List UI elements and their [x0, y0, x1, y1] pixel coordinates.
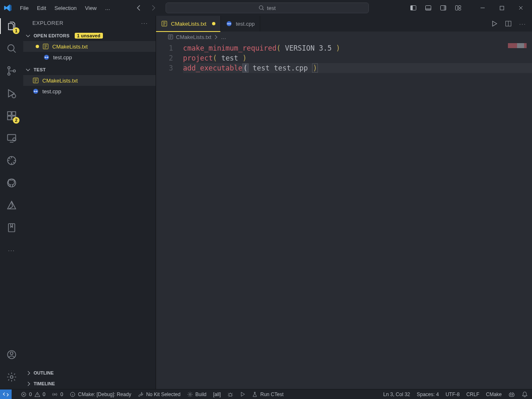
file-cpp-icon: ++ — [226, 20, 232, 27]
file-list-icon — [32, 77, 39, 84]
status-build-target[interactable]: [all] — [213, 392, 221, 397]
code-content[interactable]: cmake_minimum_required( VERSION 3.5 )pro… — [183, 42, 532, 389]
window-minimize[interactable] — [473, 0, 492, 16]
activity-remote-explorer[interactable] — [5, 132, 18, 144]
remote-indicator[interactable] — [0, 389, 12, 399]
editor-tab[interactable]: ++ test.cpp — [221, 16, 260, 32]
search-text: test — [267, 5, 276, 11]
activity-bookmark[interactable] — [5, 221, 18, 234]
activity-cmake[interactable] — [5, 199, 18, 212]
menu-selection[interactable]: Selection — [50, 2, 81, 14]
activity-testing[interactable] — [5, 154, 18, 167]
activity-settings[interactable] — [5, 371, 18, 383]
activity-extensions[interactable]: 2 — [5, 109, 18, 122]
status-copilot[interactable] — [508, 391, 515, 398]
warn-count: 0 — [43, 392, 46, 397]
nav-back-icon[interactable] — [136, 5, 142, 11]
svg-rect-16 — [7, 112, 11, 115]
workspace-file-item[interactable]: ++ test.cpp — [23, 86, 156, 97]
chevron-right-icon — [27, 381, 31, 386]
minimap[interactable] — [508, 43, 531, 48]
svg-point-11 — [8, 45, 14, 51]
window-close[interactable] — [511, 0, 530, 16]
breadcrumb[interactable]: CMakeLists.txt … — [156, 32, 532, 42]
open-editors-label: OPEN EDITORS — [34, 33, 70, 38]
svg-point-43 — [229, 393, 232, 396]
workspace-file-item[interactable]: CMakeLists.txt — [23, 75, 156, 86]
unsaved-badge: 1 unsaved — [75, 33, 103, 39]
status-build[interactable]: Build — [187, 392, 207, 397]
code-editor[interactable]: 123 cmake_minimum_required( VERSION 3.5 … — [156, 42, 532, 389]
copilot-icon — [508, 391, 515, 398]
timeline-header[interactable]: TIMELINE — [23, 378, 156, 389]
sidebar-more-icon[interactable]: ··· — [141, 20, 148, 26]
status-bar: 0 0 0 CMake: [Debug]: Ready No Kit Selec… — [0, 389, 532, 399]
open-editor-item[interactable]: CMakeLists.txt — [23, 41, 156, 52]
window-maximize[interactable] — [492, 0, 511, 16]
status-eol[interactable]: CRLF — [466, 392, 479, 397]
panel-right-icon[interactable] — [440, 5, 447, 11]
status-language[interactable]: CMake — [486, 392, 502, 397]
workspace-header[interactable]: TEST — [23, 64, 156, 75]
status-ctest[interactable]: Run CTest — [252, 392, 283, 397]
outline-header[interactable]: OUTLINE — [23, 367, 156, 378]
svg-rect-44 — [509, 393, 514, 397]
chevron-down-icon — [27, 67, 31, 72]
activity-explorer[interactable]: 1 — [5, 20, 18, 32]
status-ctest-label: Run CTest — [260, 392, 283, 397]
status-encoding[interactable]: UTF-8 — [446, 392, 460, 397]
activity-github[interactable] — [5, 177, 18, 189]
activity-more[interactable]: ··· — [5, 244, 18, 256]
panel-bottom-icon[interactable] — [425, 5, 432, 11]
svg-rect-24 — [8, 224, 15, 232]
status-launch[interactable] — [240, 392, 245, 397]
nav-forward-icon[interactable] — [150, 5, 156, 11]
activity-bar: 1 2 ··· — [0, 16, 23, 389]
activity-search[interactable] — [5, 42, 18, 55]
status-problems[interactable]: 0 0 — [21, 392, 45, 397]
split-editor-icon[interactable] — [505, 20, 512, 27]
menu-view[interactable]: View — [81, 2, 101, 14]
open-editors-header[interactable]: OPEN EDITORS 1 unsaved — [23, 30, 156, 41]
svg-rect-8 — [459, 6, 461, 8]
status-encoding-label: UTF-8 — [446, 392, 460, 397]
activity-accounts[interactable] — [5, 348, 18, 361]
status-cmake[interactable]: CMake: [Debug]: Ready — [70, 392, 131, 397]
radio-icon — [52, 392, 58, 397]
activity-source-control[interactable] — [5, 65, 18, 77]
bell-icon — [522, 391, 528, 397]
status-spaces[interactable]: Spaces: 4 — [417, 392, 439, 397]
editor-more-icon[interactable]: ··· — [519, 21, 526, 27]
status-lncol[interactable]: Ln 3, Col 32 — [383, 392, 410, 397]
breadcrumb-more: … — [221, 34, 226, 40]
status-ports[interactable]: 0 — [52, 392, 63, 397]
svg-rect-2 — [411, 6, 413, 10]
command-center[interactable]: test — [166, 2, 369, 13]
run-icon[interactable] — [491, 20, 498, 27]
svg-point-0 — [259, 6, 263, 10]
workspace-file-label: CMakeLists.txt — [42, 78, 78, 84]
ports-count: 0 — [60, 392, 63, 397]
editor-tab[interactable]: CMakeLists.txt — [156, 16, 221, 32]
editor-area: CMakeLists.txt ++ test.cpp ··· CMakeList… — [156, 16, 532, 389]
status-kit[interactable]: No Kit Selected — [138, 392, 181, 397]
chevron-down-icon — [27, 33, 31, 38]
customize-layout-icon[interactable] — [455, 5, 461, 11]
sidebar-explorer: EXPLORER ··· OPEN EDITORS 1 unsaved CMak… — [23, 16, 156, 389]
open-editor-item[interactable]: ++ test.cpp — [23, 52, 156, 63]
status-debug[interactable] — [227, 392, 233, 397]
svg-point-26 — [10, 352, 13, 355]
panel-left-icon[interactable] — [410, 5, 417, 11]
status-notifications[interactable] — [522, 391, 528, 397]
activity-run-debug[interactable] — [5, 87, 18, 100]
svg-text:++: ++ — [44, 56, 49, 59]
menu-more[interactable]: … — [101, 2, 115, 14]
menu-file[interactable]: File — [16, 2, 33, 14]
error-icon — [21, 392, 27, 397]
menu-edit[interactable]: Edit — [33, 2, 50, 14]
file-cpp-icon: ++ — [32, 88, 39, 95]
editor-tabs: CMakeLists.txt ++ test.cpp ··· — [156, 16, 532, 32]
error-count: 0 — [29, 392, 32, 397]
line-gutter: 123 — [156, 42, 183, 389]
wrench-icon — [138, 392, 144, 397]
